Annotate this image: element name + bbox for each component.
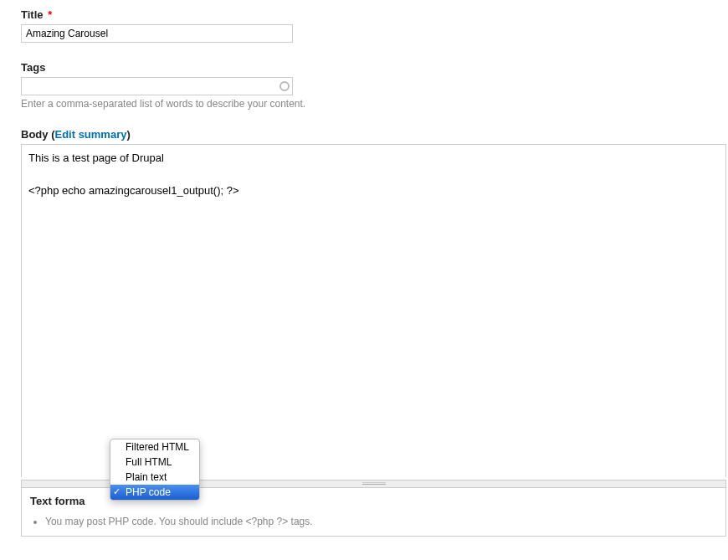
- select-option-full-html[interactable]: Full HTML: [110, 455, 199, 470]
- body-label: Body: [21, 128, 49, 141]
- select-option-plain-text[interactable]: Plain text: [110, 470, 199, 485]
- title-input[interactable]: [21, 24, 293, 43]
- tags-hint: Enter a comma-separated list of words to…: [21, 98, 728, 110]
- select-option-php-code[interactable]: ✓ PHP code: [110, 485, 199, 500]
- required-star-icon: *: [48, 8, 52, 21]
- text-format-section: Text forma Filtered HTML Full HTML Plain…: [21, 488, 726, 537]
- text-format-select-menu[interactable]: Filtered HTML Full HTML Plain text ✓ PHP…: [110, 439, 200, 501]
- tags-input-wrap: [21, 77, 293, 95]
- title-field-group: Title *: [21, 8, 728, 43]
- select-option-php-code-label: PHP code: [126, 486, 171, 498]
- format-hint-item: You may post PHP code. You should includ…: [45, 516, 717, 527]
- edit-summary-link[interactable]: Edit summary: [54, 128, 126, 141]
- autocomplete-throbber-icon: [279, 81, 290, 91]
- edit-summary-suffix: ): [126, 128, 130, 141]
- body-label-row: Body (Edit summary): [21, 128, 728, 141]
- title-label-text: Title: [21, 8, 44, 21]
- checkmark-icon: ✓: [113, 486, 120, 497]
- body-textarea[interactable]: [21, 144, 726, 477]
- tags-input[interactable]: [21, 77, 293, 95]
- title-label: Title *: [21, 8, 728, 21]
- select-option-filtered-html[interactable]: Filtered HTML: [110, 439, 199, 455]
- text-format-label: Text forma: [30, 495, 85, 507]
- format-hints-list: You may post PHP code. You should includ…: [30, 516, 717, 527]
- tags-field-group: Tags Enter a comma-separated list of wor…: [21, 61, 728, 110]
- tags-label: Tags: [21, 61, 728, 74]
- body-field-group: Body (Edit summary) Text forma Filtered …: [21, 128, 728, 537]
